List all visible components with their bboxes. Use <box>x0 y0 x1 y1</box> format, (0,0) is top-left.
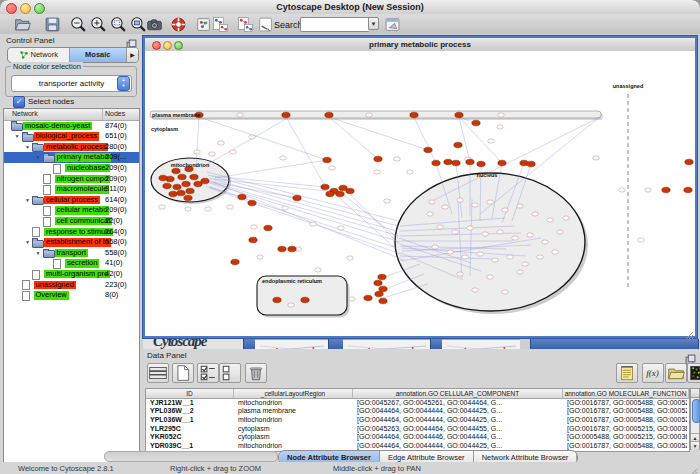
graph-node[interactable] <box>264 225 272 231</box>
tree-row[interactable]: ▼biological_process651(0) <box>4 131 139 142</box>
tree-row[interactable]: nucleobase-209(0) <box>4 163 139 174</box>
tree-row[interactable]: ▼cellular process614(0) <box>4 195 139 206</box>
graph-node-outline[interactable] <box>338 226 345 230</box>
graph-node-outline[interactable] <box>482 232 489 236</box>
graph-edge[interactable] <box>414 117 436 163</box>
table-cell[interactable]: mitochondrion <box>238 399 351 408</box>
graph-node-outline[interactable] <box>542 240 549 244</box>
graph-node[interactable] <box>325 112 333 118</box>
graph-edge[interactable] <box>206 186 397 248</box>
tab-overflow-arrow[interactable]: ▶ <box>127 48 138 62</box>
graph-node[interactable] <box>163 183 171 189</box>
table-cell[interactable]: YJR121W__1 <box>150 399 232 408</box>
graph-node-outline[interactable] <box>227 205 234 209</box>
graph-node[interactable] <box>323 157 331 163</box>
table-cell[interactable]: cytoplasm <box>238 433 351 442</box>
tree-row-label[interactable]: biological_process <box>34 132 100 141</box>
graph-node-outline[interactable] <box>432 245 439 249</box>
tree-row-label[interactable]: nucleobase- <box>65 164 110 173</box>
graph-node-outline[interactable] <box>563 216 570 220</box>
table-corner-button[interactable] <box>690 388 700 398</box>
network-window-zoom[interactable] <box>174 41 183 50</box>
graph-node[interactable] <box>326 191 334 197</box>
table-cell[interactable]: [GO:0045263, GO:0044464, GO:0044455, G..… <box>357 425 561 434</box>
graph-node[interactable] <box>379 298 387 304</box>
graph-node-outline[interactable] <box>502 208 509 212</box>
graph-node[interactable] <box>184 195 192 201</box>
scrollbar-thumb[interactable] <box>692 399 700 423</box>
float-panel-icon[interactable] <box>126 36 137 47</box>
table-cell[interactable]: [GO:0045267, GO:0045261, GO:0044464, G..… <box>357 399 561 408</box>
tree-row[interactable]: ▼primary metabo209(... <box>4 152 139 163</box>
tree-row-label[interactable]: nitrogen compo <box>55 175 111 184</box>
graph-node[interactable] <box>477 161 485 167</box>
table-cell[interactable]: YKR052C <box>150 433 232 442</box>
graph-node-outline[interactable] <box>488 139 495 143</box>
graph-node[interactable] <box>273 297 281 303</box>
tree-row[interactable]: mosaic-demo-yeast874(0) <box>4 121 139 132</box>
graph-node-outline[interactable] <box>315 268 322 272</box>
attribute-matrix-icon[interactable] <box>687 363 700 383</box>
graph-node[interactable] <box>301 297 309 303</box>
tree-row[interactable]: multi-organism pro42(0) <box>4 269 139 280</box>
graph-node-outline[interactable] <box>472 203 479 207</box>
graph-node-outline[interactable] <box>218 141 225 145</box>
graph-node[interactable] <box>231 259 239 265</box>
search-input[interactable] <box>300 17 369 32</box>
graph-edge[interactable] <box>329 117 428 150</box>
graph-node-outline[interactable] <box>442 205 449 209</box>
network-overlay-2-icon[interactable] <box>237 16 254 33</box>
graph-node[interactable] <box>238 194 246 200</box>
expand-triangle-icon[interactable]: ▼ <box>25 239 30 245</box>
table-cell[interactable]: YDR039C__1 <box>150 442 232 451</box>
table-cell[interactable]: [GO:0044464, GO:0044444, GO:0044425, G..… <box>357 407 561 416</box>
graph-edge[interactable] <box>209 178 397 231</box>
graph-node[interactable] <box>190 174 198 180</box>
notepad-icon[interactable] <box>616 363 638 383</box>
table-cell[interactable]: [GO:0016787, GO:0005488, GO:0005215, G..… <box>567 416 687 425</box>
graph-edge[interactable] <box>380 284 428 299</box>
graph-node-outline[interactable] <box>593 156 600 160</box>
graph-node-outline[interactable] <box>329 166 336 170</box>
graph-node-outline[interactable] <box>280 156 287 160</box>
graph-node-outline[interactable] <box>502 290 509 294</box>
expand-triangle-icon[interactable]: ▼ <box>15 133 20 139</box>
open-session-icon[interactable] <box>12 16 33 33</box>
graph-node-outline[interactable] <box>498 113 505 117</box>
close-window-button[interactable] <box>6 3 17 14</box>
window-resize-grip[interactable] <box>685 326 694 335</box>
graph-node-outline[interactable] <box>457 272 464 276</box>
graph-node-outline[interactable] <box>462 255 469 259</box>
graph-node-outline[interactable] <box>159 205 166 209</box>
table-cell[interactable]: [GO:0005488, GO:0005215, GO:0003674] <box>567 433 687 442</box>
graph-node-outline[interactable] <box>487 200 494 204</box>
graph-node-outline[interactable] <box>619 188 626 192</box>
graph-node-outline[interactable] <box>427 212 434 216</box>
graph-node-outline[interactable] <box>527 233 534 237</box>
expand-triangle-icon[interactable]: ▼ <box>36 250 41 256</box>
network-tree[interactable]: Network Nodes mosaic-demo-yeast874(0)▼bi… <box>3 108 140 474</box>
attribute-table[interactable]: ID_cellularLayoutRegionannotation.GO CEL… <box>145 388 690 452</box>
graph-node[interactable] <box>249 237 257 243</box>
import-attributes-icon[interactable] <box>665 363 687 383</box>
graph-node-outline[interactable] <box>497 125 504 129</box>
tree-row-label[interactable]: multi-organism pro <box>44 270 110 279</box>
graph-node[interactable] <box>410 112 418 118</box>
graph-node[interactable] <box>173 184 181 190</box>
app-resize-grip[interactable] <box>689 463 698 472</box>
tree-row[interactable]: secretion41(0) <box>4 258 139 269</box>
graph-node-outline[interactable] <box>557 230 564 234</box>
graph-node-outline[interactable] <box>638 238 645 242</box>
tree-row[interactable]: cellular metabo209(0) <box>4 205 139 216</box>
tree-row[interactable]: ▼transport558(0) <box>4 248 139 259</box>
graph-node-outline[interactable] <box>645 188 652 192</box>
expand-triangle-icon[interactable]: ▼ <box>25 197 30 203</box>
expand-triangle-icon[interactable]: ▼ <box>36 154 41 160</box>
graph-node-outline[interactable] <box>457 198 464 202</box>
tree-row-label[interactable]: macromolecule <box>55 185 110 194</box>
graph-node-outline[interactable] <box>205 207 212 211</box>
table-cell[interactable]: [GO:0016787, GO:0005488, GO:0005215, G..… <box>567 442 687 451</box>
graph-node-outline[interactable] <box>517 204 524 208</box>
zoom-out-icon[interactable] <box>70 16 87 33</box>
graph-edge[interactable] <box>207 172 399 221</box>
